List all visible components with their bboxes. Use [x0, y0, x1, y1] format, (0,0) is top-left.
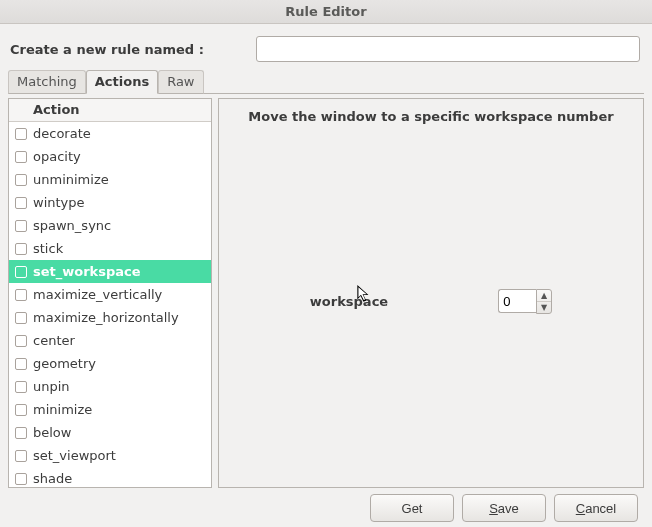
- name-row: Create a new rule named :: [8, 36, 644, 62]
- actions-list: Action decorateopacityunminimizewintypes…: [8, 98, 212, 488]
- save-button[interactable]: Save: [462, 494, 546, 522]
- tab-raw[interactable]: Raw: [158, 70, 203, 94]
- list-item[interactable]: opacity: [9, 145, 211, 168]
- window-title: Rule Editor: [0, 0, 652, 24]
- create-rule-label: Create a new rule named :: [8, 42, 256, 57]
- list-item-label: set_workspace: [33, 264, 141, 279]
- checkbox-icon[interactable]: [15, 450, 27, 462]
- checkbox-icon[interactable]: [15, 197, 27, 209]
- list-item[interactable]: geometry: [9, 352, 211, 375]
- checkbox-icon[interactable]: [15, 358, 27, 370]
- spin-down-icon[interactable]: ▼: [537, 302, 551, 313]
- checkbox-icon[interactable]: [15, 381, 27, 393]
- action-description: Move the window to a specific workspace …: [219, 99, 643, 124]
- list-item-label: stick: [33, 241, 63, 256]
- list-item[interactable]: stick: [9, 237, 211, 260]
- list-item[interactable]: decorate: [9, 122, 211, 145]
- rule-name-input[interactable]: [256, 36, 640, 62]
- list-item-label: spawn_sync: [33, 218, 111, 233]
- list-item-label: geometry: [33, 356, 96, 371]
- checkbox-icon[interactable]: [15, 404, 27, 416]
- list-item[interactable]: set_viewport: [9, 444, 211, 467]
- checkbox-icon[interactable]: [15, 266, 27, 278]
- checkbox-icon[interactable]: [15, 335, 27, 347]
- cancel-button[interactable]: Cancel: [554, 494, 638, 522]
- list-item[interactable]: set_workspace: [9, 260, 211, 283]
- list-item[interactable]: center: [9, 329, 211, 352]
- tab-matching[interactable]: Matching: [8, 70, 86, 94]
- param-label-workspace: workspace: [310, 294, 388, 309]
- list-item[interactable]: maximize_vertically: [9, 283, 211, 306]
- list-item[interactable]: spawn_sync: [9, 214, 211, 237]
- list-item-label: center: [33, 333, 75, 348]
- actions-panel: Action decorateopacityunminimizewintypes…: [8, 94, 644, 488]
- checkbox-icon[interactable]: [15, 473, 27, 485]
- actions-list-header[interactable]: Action: [9, 99, 211, 122]
- list-item-label: opacity: [33, 149, 81, 164]
- workspace-value[interactable]: [498, 289, 536, 313]
- list-item-label: below: [33, 425, 71, 440]
- checkbox-icon[interactable]: [15, 427, 27, 439]
- list-item[interactable]: shade: [9, 467, 211, 487]
- checkbox-icon[interactable]: [15, 128, 27, 140]
- list-item-label: decorate: [33, 126, 91, 141]
- list-item-label: unpin: [33, 379, 70, 394]
- list-item-label: maximize_vertically: [33, 287, 162, 302]
- list-item-label: set_viewport: [33, 448, 116, 463]
- tab-bar: Matching Actions Raw: [8, 70, 644, 94]
- checkbox-icon[interactable]: [15, 289, 27, 301]
- action-detail-panel: Move the window to a specific workspace …: [218, 98, 644, 488]
- checkbox-icon[interactable]: [15, 174, 27, 186]
- list-item-label: wintype: [33, 195, 85, 210]
- checkbox-icon[interactable]: [15, 220, 27, 232]
- list-item[interactable]: below: [9, 421, 211, 444]
- dialog-buttons: Get Save Cancel: [8, 488, 644, 527]
- list-item[interactable]: wintype: [9, 191, 211, 214]
- get-button[interactable]: Get: [370, 494, 454, 522]
- checkbox-icon[interactable]: [15, 243, 27, 255]
- actions-list-body[interactable]: decorateopacityunminimizewintypespawn_sy…: [9, 122, 211, 487]
- list-item[interactable]: unminimize: [9, 168, 211, 191]
- list-item-label: maximize_horizontally: [33, 310, 179, 325]
- list-item-label: unminimize: [33, 172, 109, 187]
- list-item[interactable]: maximize_horizontally: [9, 306, 211, 329]
- workspace-spinbox[interactable]: ▲ ▼: [498, 289, 552, 314]
- checkbox-icon[interactable]: [15, 312, 27, 324]
- list-item-label: minimize: [33, 402, 92, 417]
- list-item[interactable]: unpin: [9, 375, 211, 398]
- list-item-label: shade: [33, 471, 72, 486]
- list-item[interactable]: minimize: [9, 398, 211, 421]
- spin-buttons: ▲ ▼: [536, 289, 552, 314]
- tab-actions[interactable]: Actions: [86, 70, 158, 94]
- checkbox-icon[interactable]: [15, 151, 27, 163]
- spin-up-icon[interactable]: ▲: [537, 290, 551, 302]
